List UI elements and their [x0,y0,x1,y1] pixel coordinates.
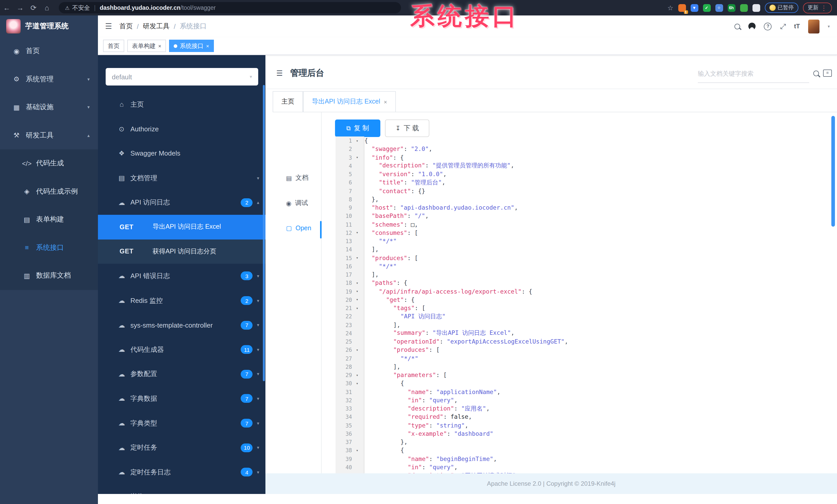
search-icon[interactable] [813,71,819,76]
knife4j-item-API 访问日志[interactable]: ☁ API 访问日志 2 ▴ [98,190,265,215]
user-avatar[interactable] [808,19,819,33]
sidebar-scrollbar[interactable] [263,85,265,381]
logo-row[interactable]: 芋道管理系统 [0,16,98,37]
knife4j-item-字典类型[interactable]: ☁ 字典类型 7 ▾ [98,411,265,435]
download-button[interactable]: ↧ 下 载 [385,119,429,137]
chevron-up-icon: ▴ [87,133,90,138]
knife4j-item-sys-sms-template-controller[interactable]: ☁ sys-sms-template-controller 7 ▾ [98,313,265,337]
kebab-menu-icon[interactable]: ⋮ [820,4,827,12]
fullscreen-icon[interactable]: ⤢ [780,22,786,31]
copy-button[interactable]: ⧉ 复 制 [335,119,380,137]
bookmark-star-icon[interactable]: ☆ [667,4,673,12]
search-icon[interactable] [735,23,741,29]
knife4j-item-字典数据[interactable]: ☁ 字典数据 7 ▾ [98,386,265,411]
minibar-Open[interactable]: ▢Open [265,225,321,232]
api-operation-获得API 访问日志分页[interactable]: GET获得API 访问日志分页 [98,239,265,264]
security-label[interactable]: 不安全 [72,4,90,12]
fold-arrow-icon[interactable]: ▾ [352,348,362,352]
code-line: 39 "name": "beginBeginTime", [336,454,837,463]
sidebar-item-基础设施[interactable]: ▦ 基础设施 ▾ [0,93,98,121]
extension-orange-icon[interactable]: 1 [678,4,686,12]
code-editor[interactable]: 1 ▾ { 2 "swagger": "2.0", 3 ▾ "info": { … [336,136,837,473]
sidebar-item-首页[interactable]: ◉ 首页 [0,37,98,65]
fold-arrow-icon[interactable]: ▾ [352,373,362,377]
fold-arrow-icon[interactable]: ▾ [352,448,362,453]
sidebar-item-代码生成示例[interactable]: ◈ 代码生成示例 [0,178,98,206]
extension-6h-icon[interactable]: 6h [728,4,735,12]
fold-arrow-icon[interactable]: ▾ [352,281,362,285]
collapse-sider-icon[interactable]: ☰ [276,69,283,77]
knife4j-item-代码生成器[interactable]: ☁ 代码生成器 11 ▾ [98,337,265,362]
browser-actions: ☆ 1▼✓⁘6h 已暂停 更新 ⋮ [667,2,837,13]
doc-tab-导出API 访问日志 Excel[interactable]: 导出API 访问日志 Excel× [303,91,396,112]
close-icon[interactable]: × [384,99,387,105]
address-bar[interactable]: ⚠ 不安全 | dashboard.yudao.iocoder.cn /tool… [59,2,401,13]
tag-首页[interactable]: 首页 [103,40,124,52]
code-line: 9 "host": "api-dashboard.yudao.iocoder.c… [336,203,837,212]
tag-表单构建[interactable]: 表单构建× [127,40,166,52]
fold-arrow-icon[interactable]: ▾ [352,230,362,235]
update-pill[interactable]: 更新 ⋮ [803,2,832,13]
forward-icon[interactable]: → [13,4,27,12]
breadcrumb-item[interactable]: 系统接口 [180,22,207,31]
chevron-down-icon[interactable]: ▾ [828,24,830,29]
back-icon[interactable]: ← [0,4,13,12]
sidebar-item-系统接口[interactable]: ≡ 系统接口 [0,234,98,262]
sidebar-item-代码生成[interactable]: </> 代码生成 [0,149,98,178]
fold-arrow-icon[interactable]: ▾ [352,256,362,260]
knife4j-item-主页[interactable]: ⌂ 主页 [98,92,265,117]
example-icon: ◈ [22,188,32,195]
extension-check-icon[interactable]: ✓ [703,4,711,12]
fold-arrow-icon[interactable]: ▾ [352,138,362,143]
github-icon[interactable] [749,23,756,30]
code-line: 30 ▾ { [336,379,837,388]
extension-leaf-icon[interactable] [740,4,748,12]
group-select[interactable]: default ▾ [106,68,258,86]
settings-card-icon[interactable]: ≡ [823,70,832,77]
sidebar-item-表单构建[interactable]: ▤ 表单构建 [0,206,98,234]
knife4j-item-定时任务日志[interactable]: ☁ 定时任务日志 4 ▾ [98,460,265,484]
knife4j-item-API 错误日志[interactable]: ☁ API 错误日志 3 ▾ [98,264,265,288]
api-operation-导出API 访问日志 Excel[interactable]: GET导出API 访问日志 Excel [98,215,265,239]
fold-arrow-icon[interactable]: ▾ [352,306,362,310]
sidebar-item-系统管理[interactable]: ⚙ 系统管理 ▾ [0,65,98,93]
doc-search-input[interactable]: 输入文档关键字搜索 [698,70,809,83]
minibar-文档[interactable]: ▤文档 [265,173,321,182]
line-number: 13 [336,238,352,244]
fold-arrow-icon[interactable]: ▾ [352,381,362,386]
fold-arrow-icon[interactable]: ▾ [352,289,362,294]
help-icon[interactable]: ? [764,22,772,30]
knife4j-item-参数配置[interactable]: ☁ 参数配置 7 ▾ [98,362,265,386]
extension-paw-icon[interactable] [752,4,760,12]
knife4j-item-定时任务[interactable]: ☁ 定时任务 10 ▾ [98,435,265,460]
extension-grid-icon[interactable]: ⁘ [715,4,723,12]
home-icon[interactable]: ⌂ [40,4,54,12]
line-number: 12 [336,230,352,236]
sidebar-item-数据库文档[interactable]: ▥ 数据库文档 [0,262,98,290]
warning-icon: ⚠ [65,5,70,11]
reload-icon[interactable]: ⟳ [27,4,40,12]
code-line: 4 "description": "提供管理员管理的所有功能", [336,162,837,170]
extension-location-icon[interactable]: ▼ [690,4,698,12]
breadcrumb-item[interactable]: 首页 [119,22,133,31]
knife4j-item-Swagger Models[interactable]: ❖ Swagger Models [98,141,265,166]
content-scrollbar[interactable] [831,116,835,227]
tag-系统接口[interactable]: 系统接口× [169,40,214,52]
knife4j-item-Redis 监控[interactable]: ☁ Redis 监控 2 ▾ [98,288,265,313]
minibar-调试[interactable]: ◉调试 [265,199,321,208]
knife4j-item-Authorize[interactable]: ⊙ Authorize [98,117,265,141]
doc-tab-主页[interactable]: 主页 [273,91,303,112]
hamburger-icon[interactable]: ☰ [105,22,112,31]
paused-pill[interactable]: 已暂停 [765,3,798,13]
group-select-value: default [112,73,132,81]
sidebar-item-研发工具[interactable]: ⚒ 研发工具 ▴ [0,121,98,149]
breadcrumb-item[interactable]: 研发工具 [143,22,170,31]
fold-arrow-icon[interactable]: ▾ [352,155,362,160]
knife4j-item-岗位[interactable]: ☁ 岗位 [98,484,265,494]
fold-arrow-icon[interactable]: ▾ [352,297,362,302]
font-size-icon[interactable]: tT [794,23,800,30]
chevron-down-icon: ▾ [87,77,90,82]
knife4j-item-文档管理[interactable]: ▤ 文档管理 ▾ [98,166,265,190]
close-icon[interactable]: × [206,43,209,49]
close-icon[interactable]: × [158,43,161,49]
